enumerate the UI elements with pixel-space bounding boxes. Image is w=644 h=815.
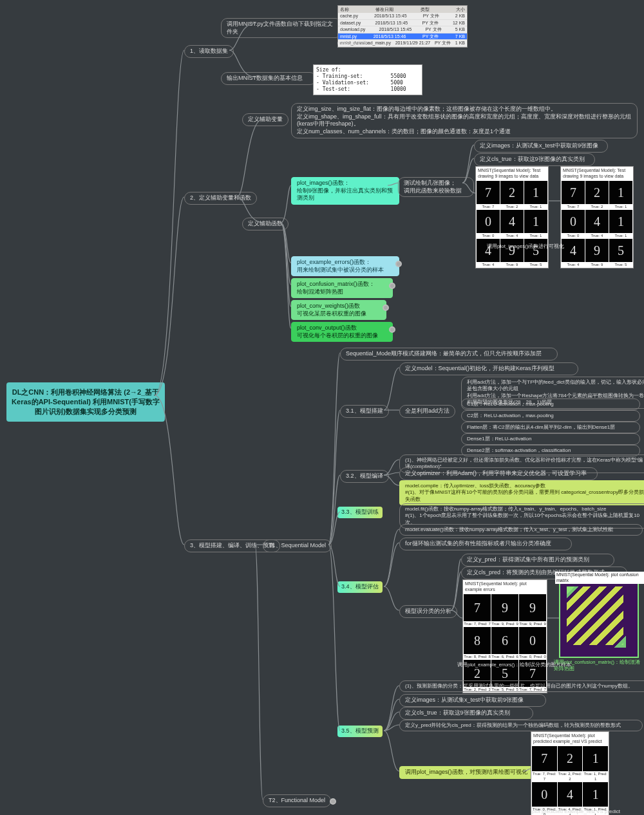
node-m2: 2、定义辅助变量和函数 — [184, 192, 257, 205]
stub — [395, 261, 402, 267]
node-s32: 3.2、模型编译 — [340, 470, 389, 483]
node-s31a: 定义model：Sequential()初始化，开始构建Keras序列模型 — [399, 362, 578, 375]
node-seq-desc: Sequential_Mode顺序模式搭建网络：最简单的方式，但只允许按顺序添加… — [340, 348, 558, 361]
node-def-clstrue: 定义cls_true：获取这9张图像的真实类别 — [474, 153, 595, 166]
node-m2a: 定义辅助变量 — [242, 113, 289, 126]
stub — [330, 798, 336, 805]
node-s31: 3.1、模型搭建 — [340, 405, 389, 418]
caption-mnist-file: mnist.py文件 — [337, 40, 367, 47]
node-m1a: 调用MNIST.py文件函数自动下载到指定文件夹 — [221, 18, 342, 38]
node-s35a: (1)、预测新图像的分类：可采用测试集里的一些照片，也可以用自己的图片传入到这个… — [399, 680, 644, 692]
node-plot-images: plot_images()函数： 绘制9张图像，并标注出真实类别和预测类别 — [291, 177, 399, 205]
node-s31b-item: Flatten层：将C2层的输出从4-dim展平到2-dim，输出到Dense1… — [461, 422, 640, 433]
node-s31b-item: C2层：ReLU-activation，max-pooling — [461, 410, 640, 422]
node-s35e: 调用plot_images()函数，对预测结果绘图可视化 — [399, 766, 533, 779]
stub — [389, 283, 395, 289]
node-t1: T1、Sequential Model — [263, 539, 332, 552]
node-s34c: 模型误分类的分析 — [399, 605, 457, 618]
caption-pred: plot predicted example_resl VS predict — [532, 809, 620, 815]
root-node: DL之CNN：利用卷积神经网络算法 (2→2_基于Keras的API-Seque… — [6, 382, 165, 422]
code-sizeof: Size of: - Training-set: 55000 - Validat… — [313, 64, 422, 95]
confusion-matrix — [559, 579, 639, 658]
node-s35c: 定义cls_true：获取这9张图像的真实类别 — [399, 707, 533, 720]
node-s31b-item: Dense1层：ReLU-activation — [461, 433, 640, 445]
node-plot-confusion: plot_confusion_matrix()函数： 绘制混淆矩阵热图 — [291, 278, 393, 298]
caption-cm: 调用plot_confusion_matrix()：绘制混淆矩阵热图 — [554, 659, 644, 672]
node-t2: T2、Functional Model — [263, 794, 331, 807]
node-plot-example-errors: plot_example_errors()函数： 用来绘制测试集中被误分类的样本 — [291, 256, 399, 276]
node-s32c: model.compile：传入optimizer、loss损失函数、accur… — [399, 480, 644, 505]
cm-title: MNIST(Sequential Model): plot confusion … — [555, 572, 644, 584]
stub — [383, 304, 389, 311]
digit-grid-1: MNIST(Sequential Model): Test drawing 9 … — [475, 166, 549, 268]
digit-grid-2: MNIST(Sequential Model): Test drawing 9 … — [560, 166, 634, 268]
node-s35d: 定义y_pred并转化为cls_pred：获得预测的结果为一个独热编码数组，转为… — [399, 720, 643, 731]
node-def-images: 定义images：从测试集x_test中获取前9张图像 — [474, 140, 608, 153]
node-plot-conv-output: plot_conv_output()函数 可视化每个卷积层的权重的图像 — [291, 322, 393, 342]
stub — [389, 326, 395, 333]
node-m1b: 输出MNIST数据集的基本信息 — [221, 72, 316, 85]
digit-grid-errors: MNIST(Sequential Model): plot example er… — [462, 579, 547, 693]
node-s34: 3.4、模型评估 — [337, 581, 383, 593]
node-s33: 3.3、模型训练 — [337, 507, 383, 518]
node-s31b-item: C1层：ReLU-activation，max-pooling — [461, 398, 640, 410]
node-s32b: 定义optimizer：利用Adam()，利用字符串来定义优化器，可设置学习率 — [399, 467, 598, 480]
node-plot-conv-weights: plot_conv_weights()函数 可视化某层卷积权重的图像 — [291, 300, 386, 320]
node-s31b: 全是利用add方法 — [399, 405, 455, 418]
node-plot-images-test: 测试绘制几张图像； 调用此函数来校验数据 — [398, 177, 474, 197]
node-s35: 3.5、模型预测 — [337, 726, 383, 737]
node-m2b: 定义辅助函数 — [242, 218, 289, 230]
node-s34c1: 定义y_pred：获得测试集中所有图片的预测类别 — [461, 554, 614, 567]
node-m2a-text: 定义img_size、img_size_flat：图像的每边维中的像素数；这些图… — [291, 103, 638, 138]
node-s35b: 定义images：从测试集x_test中获取前9张图像 — [399, 694, 546, 707]
caption-plot-images: 调用plot_images()函数进行可视化 — [487, 243, 564, 250]
node-s34b: for循环输出测试集的所有性能指标或者只输出分类准确度 — [399, 538, 572, 550]
node-s34a: model.evaluate()函数：接收numpy-array格式数据；传入x… — [399, 524, 643, 536]
digit-grid-pred: MNIST(Sequential Model): plot predicted … — [531, 731, 609, 815]
node-m1: 1、读取数据集 — [184, 45, 234, 58]
